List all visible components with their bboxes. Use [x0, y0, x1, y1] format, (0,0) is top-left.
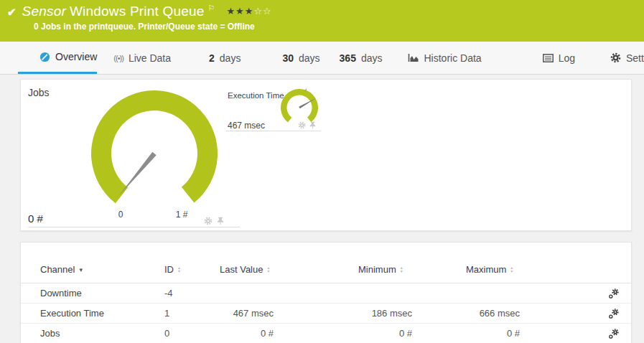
table-row-jobs: Jobs 0 0 # 0 # 0 #	[21, 324, 631, 343]
edit-channel-gears-icon[interactable]	[608, 328, 620, 339]
execution-time-gauge-value: 467 msec	[228, 121, 265, 131]
live-data-icon: ((•))	[113, 54, 123, 62]
page-title: SensorWindows Print Queue	[22, 4, 205, 19]
cell-channel: Downtime	[40, 288, 164, 299]
tab-settings-label: Settings	[626, 52, 644, 64]
header-minimum[interactable]: Minimum ▴▾	[358, 264, 441, 275]
stars-empty: ☆☆	[253, 6, 271, 17]
tab-2-days[interactable]: 2 days	[209, 42, 241, 74]
header-maximum[interactable]: Maximum ▴▾	[466, 264, 549, 275]
execution-time-actions	[298, 121, 317, 129]
edit-channel-gears-icon[interactable]	[608, 308, 620, 319]
jobs-gauge-value: 0 #	[28, 212, 43, 225]
gauge-icon	[39, 52, 50, 62]
header-last-value[interactable]: Last Value ▴▾	[220, 264, 302, 275]
tab-365-days-num: 365	[340, 52, 356, 64]
jobs-gauge-actions	[204, 217, 225, 225]
tab-30-days-num: 30	[282, 52, 294, 64]
channel-table-header: Channel ▾ ID ▴▾ Last Value ▴▾ Minimum ▴▾…	[21, 243, 631, 283]
channel-table-panel: Channel ▾ ID ▴▾ Last Value ▴▾ Minimum ▴▾…	[20, 242, 632, 343]
cell-last-value: 0 #	[220, 328, 302, 339]
tab-2-days-unit: days	[220, 52, 241, 64]
tab-live-data[interactable]: ((•)) Live Data	[113, 42, 171, 74]
tab-30-days-unit: days	[299, 52, 320, 64]
cell-channel: Execution Time	[40, 308, 164, 319]
sensor-title-row: ✔ SensorWindows Print Queue ⚐ ★★★☆☆	[7, 4, 644, 19]
table-row-execution-time: Execution Time 1 467 msec 186 msec 666 m…	[21, 304, 631, 324]
stars-filled: ★★★	[226, 6, 253, 17]
jobs-gauge-title: Jobs	[28, 87, 50, 98]
tab-365-days-unit: days	[361, 52, 383, 64]
gauges-panel: Jobs 0 1 # 0 # Execution Time 467 msec	[20, 79, 632, 231]
cell-minimum: 186 msec	[358, 308, 441, 319]
gauge-pin-icon[interactable]	[216, 217, 225, 225]
cell-id: 0	[164, 328, 220, 339]
cell-id: -4	[164, 288, 220, 299]
sort-icon: ▴▾	[510, 266, 513, 273]
sensor-status-message: 0 Jobs in the printqueue. Printer/Queue …	[34, 22, 644, 32]
jobs-gauge-min-label: 0	[110, 210, 131, 220]
header-id[interactable]: ID ▴▾	[164, 264, 220, 275]
tab-30-days[interactable]: 30 days	[282, 42, 319, 74]
tab-log-label: Log	[559, 52, 575, 64]
tab-365-days[interactable]: 365 days	[340, 42, 383, 74]
tab-historic-data[interactable]: Historic Data	[408, 42, 482, 74]
sort-icon: ▴▾	[178, 266, 180, 273]
tab-overview[interactable]: Overview	[18, 42, 97, 74]
tab-log[interactable]: Log	[543, 42, 575, 74]
cell-minimum: 0 #	[358, 328, 441, 339]
sort-icon: ▴▾	[401, 266, 403, 273]
cell-maximum: 0 #	[466, 328, 549, 339]
gauge-settings-gear-icon[interactable]	[204, 217, 213, 225]
table-row-downtime: Downtime -4	[21, 283, 631, 304]
header-minimum-label: Minimum	[358, 264, 396, 275]
tab-live-data-label: Live Data	[129, 52, 171, 64]
tab-historic-data-label: Historic Data	[424, 52, 482, 64]
header-channel-label: Channel	[40, 264, 75, 275]
cell-id: 1	[164, 308, 220, 319]
edit-channel-gears-icon[interactable]	[608, 288, 620, 299]
sensor-status-banner: ✔ SensorWindows Print Queue ⚐ ★★★☆☆ 0 Jo…	[0, 0, 644, 42]
tab-overview-label: Overview	[55, 51, 97, 62]
flag-icon[interactable]: ⚐	[208, 4, 215, 13]
priority-stars[interactable]: ★★★☆☆	[226, 6, 271, 17]
gauge-settings-gear-icon[interactable]	[298, 121, 306, 129]
jobs-gauge-max-label: 1 #	[167, 210, 196, 220]
execution-time-gauge-title: Execution Time	[228, 91, 284, 100]
status-check-icon: ✔	[7, 6, 17, 19]
gauge-pin-icon[interactable]	[309, 121, 317, 129]
sensor-name: Windows Print Queue	[70, 4, 205, 19]
jobs-gauge-divider	[28, 227, 240, 227]
execution-time-divider	[225, 131, 321, 131]
header-last-value-label: Last Value	[220, 264, 263, 275]
sensor-kind-label: Sensor	[22, 4, 66, 19]
jobs-gauge	[83, 85, 226, 229]
area-chart-icon	[408, 53, 419, 62]
tab-2-days-num: 2	[209, 52, 215, 64]
log-list-icon	[543, 54, 554, 62]
cell-last-value: 467 msec	[220, 308, 302, 319]
header-maximum-label: Maximum	[466, 264, 506, 275]
tab-settings[interactable]: Settings	[610, 42, 644, 74]
gear-icon	[610, 52, 621, 63]
cell-channel: Jobs	[40, 328, 164, 339]
header-id-label: ID	[164, 264, 174, 275]
tab-bar: Overview ((•)) Live Data 2 days 30 days …	[0, 42, 644, 75]
cell-maximum: 666 msec	[466, 308, 549, 319]
sort-desc-icon: ▾	[79, 266, 83, 273]
header-channel[interactable]: Channel ▾	[40, 264, 164, 275]
sort-icon: ▴▾	[267, 266, 269, 273]
